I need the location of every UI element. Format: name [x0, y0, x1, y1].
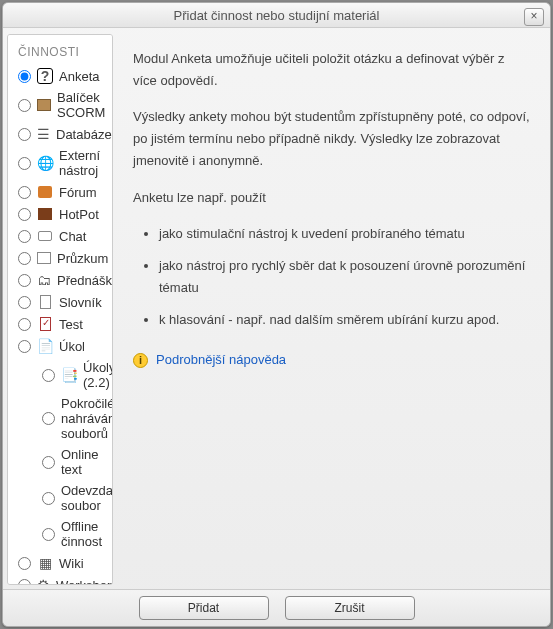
activity-radio[interactable]	[18, 340, 31, 353]
activity-label: Online text	[61, 447, 106, 477]
activity-label: Odevzdat soubor	[61, 483, 113, 513]
activity-label: Wiki	[59, 556, 84, 571]
activity-glossary[interactable]: Slovník	[8, 291, 112, 313]
activity-radio[interactable]	[42, 528, 55, 541]
desc-bullets: jako stimulační nástroj k uvedení probír…	[159, 223, 530, 331]
activity-label: Fórum	[59, 185, 97, 200]
activity-radio[interactable]	[18, 557, 31, 570]
info-icon: i	[133, 353, 148, 368]
close-button[interactable]: ×	[524, 8, 544, 26]
activity-label: Test	[59, 317, 83, 332]
add-button[interactable]: Přidat	[139, 596, 269, 620]
task22-icon: 📑	[61, 367, 77, 383]
hotpot-icon	[37, 206, 53, 222]
activity-test[interactable]: Test	[8, 313, 112, 335]
activity-label: Offline činnost	[61, 519, 106, 549]
wiki-icon: ▦	[37, 555, 53, 571]
activity-label: Chat	[59, 229, 86, 244]
activity-forum[interactable]: Fórum	[8, 181, 112, 203]
activity-radio[interactable]	[18, 157, 31, 170]
question-icon: ?	[37, 68, 53, 84]
activity-label: Pokročilé nahrávání souborů	[61, 396, 113, 441]
package-icon	[37, 97, 51, 113]
activity-radio[interactable]	[18, 579, 31, 586]
database-icon: ☰	[37, 126, 50, 142]
activity-label: Databáze	[56, 127, 112, 142]
lecture-icon: 🗂	[37, 272, 51, 288]
activity-label: Úkol	[59, 339, 85, 354]
sub-offline[interactable]: Offline činnost	[8, 516, 112, 552]
activity-radio[interactable]	[42, 492, 55, 505]
activity-list-panel[interactable]: ČINNOSTI ? Anketa Balíček SCORM ☰ Databá…	[7, 34, 113, 585]
description-panel: Modul Anketa umožňuje učiteli položit ot…	[115, 32, 548, 587]
activity-label: Balíček SCORM	[57, 90, 106, 120]
desc-bullet: k hlasování - např. nad dalším směrem ub…	[159, 309, 530, 331]
help-link-label: Podrobnější nápověda	[156, 349, 286, 371]
chat-icon	[37, 228, 53, 244]
desc-bullet: jako stimulační nástroj k uvedení probír…	[159, 223, 530, 245]
activity-survey[interactable]: Průzkum	[8, 247, 112, 269]
test-icon	[37, 316, 53, 332]
activity-lecture[interactable]: 🗂 Přednáška	[8, 269, 112, 291]
desc-paragraph: Výsledky ankety mohou být studentům zpří…	[133, 106, 530, 172]
activity-label: Slovník	[59, 295, 102, 310]
activity-label: Externí nástroj	[59, 148, 106, 178]
workshop-icon: ⚙	[37, 577, 50, 585]
activity-anketa[interactable]: ? Anketa	[8, 65, 112, 87]
cancel-button[interactable]: Zrušit	[285, 596, 415, 620]
dialog-body: ČINNOSTI ? Anketa Balíček SCORM ☰ Databá…	[3, 28, 550, 589]
dictionary-icon	[37, 294, 53, 310]
activity-radio[interactable]	[42, 412, 55, 425]
dialog-title: Přidat činnost nebo studijní materiál	[174, 8, 380, 23]
activity-radio[interactable]	[18, 208, 31, 221]
activity-label: Anketa	[59, 69, 99, 84]
activity-label: Průzkum	[57, 251, 108, 266]
help-link[interactable]: i Podrobnější nápověda	[133, 349, 530, 371]
activity-label: Přednáška	[57, 273, 113, 288]
activity-radio[interactable]	[18, 186, 31, 199]
desc-paragraph: Anketu lze např. použít	[133, 187, 530, 209]
activity-hotpot[interactable]: HotPot	[8, 203, 112, 225]
activity-radio[interactable]	[18, 252, 31, 265]
globe-icon: 🌐	[37, 155, 53, 171]
activity-database[interactable]: ☰ Databáze	[8, 123, 112, 145]
activity-assignment[interactable]: 📄 Úkol	[8, 335, 112, 357]
activity-chat[interactable]: Chat	[8, 225, 112, 247]
activity-radio[interactable]	[18, 318, 31, 331]
sub-assignment-22[interactable]: 📑 Úkoly (2.2)	[8, 357, 112, 393]
desc-bullet: jako nástroj pro rychlý sběr dat k posou…	[159, 255, 530, 299]
activity-radio[interactable]	[18, 99, 31, 112]
activity-radio[interactable]	[42, 456, 55, 469]
survey-icon	[37, 250, 51, 266]
activity-radio[interactable]	[42, 369, 55, 382]
activity-radio[interactable]	[18, 296, 31, 309]
activity-wiki[interactable]: ▦ Wiki	[8, 552, 112, 574]
activity-workshop[interactable]: ⚙ Workshop	[8, 574, 112, 585]
task-icon: 📄	[37, 338, 53, 354]
add-activity-dialog: Přidat činnost nebo studijní materiál × …	[2, 2, 551, 627]
section-header-activities: ČINNOSTI	[8, 39, 112, 65]
dialog-titlebar: Přidat činnost nebo studijní materiál ×	[3, 3, 550, 28]
sub-online-text[interactable]: Online text	[8, 444, 112, 480]
activity-scorm[interactable]: Balíček SCORM	[8, 87, 112, 123]
dialog-footer: Přidat Zrušit	[3, 589, 550, 626]
forum-icon	[37, 184, 53, 200]
activity-radio[interactable]	[18, 274, 31, 287]
activity-radio[interactable]	[18, 70, 31, 83]
activity-label: HotPot	[59, 207, 99, 222]
activity-label: Úkoly (2.2)	[83, 360, 113, 390]
desc-paragraph: Modul Anketa umožňuje učiteli položit ot…	[133, 48, 530, 92]
activity-label: Workshop	[56, 578, 113, 586]
activity-radio[interactable]	[18, 128, 31, 141]
activity-external-tool[interactable]: 🌐 Externí nástroj	[8, 145, 112, 181]
activity-radio[interactable]	[18, 230, 31, 243]
sub-upload-file[interactable]: Odevzdat soubor	[8, 480, 112, 516]
sub-advanced-upload[interactable]: Pokročilé nahrávání souborů	[8, 393, 112, 444]
